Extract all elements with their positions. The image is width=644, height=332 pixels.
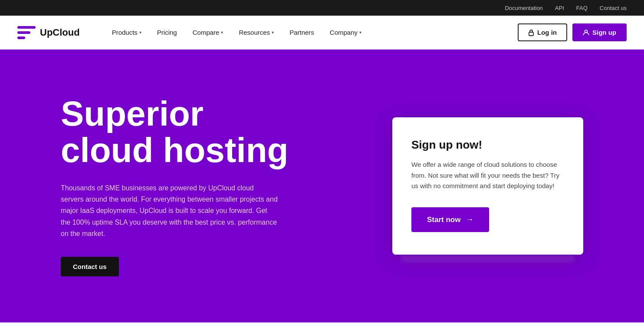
chevron-down-icon: ▾: [221, 30, 223, 35]
logo-icon: [17, 26, 36, 39]
signup-card-text: We offer a wide range of cloud solutions…: [411, 159, 564, 192]
signup-card: Sign up now! We offer a wide range of cl…: [392, 117, 583, 255]
hero-subtitle: Thousands of SME businesses are powered …: [61, 183, 278, 240]
topbar-faq[interactable]: FAQ: [576, 5, 588, 11]
nav-item-partners[interactable]: Partners: [283, 25, 320, 40]
card-shadow: [401, 255, 575, 262]
svg-rect-2: [17, 37, 25, 39]
login-button[interactable]: Log in: [518, 23, 567, 41]
logo-text: UpCloud: [40, 27, 80, 38]
topbar-contact[interactable]: Contact us: [600, 5, 627, 11]
topbar-documentation[interactable]: Documentation: [505, 5, 542, 11]
main-nav: UpCloud Products ▾ Pricing Compare ▾ Res…: [0, 16, 644, 50]
nav-item-resources[interactable]: Resources ▾: [233, 25, 280, 40]
nav-item-compare[interactable]: Compare ▾: [187, 25, 230, 40]
user-icon: [583, 29, 589, 36]
lock-icon: [528, 29, 534, 36]
hero-title: Superior cloud hosting: [61, 96, 365, 169]
chevron-down-icon: ▾: [272, 30, 274, 35]
contact-us-button[interactable]: Contact us: [61, 257, 119, 276]
svg-rect-0: [17, 26, 36, 29]
signup-button[interactable]: Sign up: [572, 23, 627, 41]
logo[interactable]: UpCloud: [17, 26, 80, 39]
hero-content: Superior cloud hosting Thousands of SME …: [61, 96, 365, 277]
svg-point-4: [585, 30, 588, 33]
nav-item-pricing[interactable]: Pricing: [151, 25, 183, 40]
svg-rect-3: [529, 32, 533, 36]
nav-item-company[interactable]: Company ▾: [324, 25, 368, 40]
topbar-api[interactable]: API: [555, 5, 564, 11]
top-bar: Documentation API FAQ Contact us: [0, 0, 644, 16]
chevron-down-icon: ▾: [359, 30, 361, 35]
hero-section: Superior cloud hosting Thousands of SME …: [0, 50, 644, 322]
chevron-down-icon: ▾: [139, 30, 141, 35]
nav-links: Products ▾ Pricing Compare ▾ Resources ▾…: [106, 25, 518, 40]
start-now-button[interactable]: Start now →: [411, 207, 489, 232]
svg-rect-1: [17, 31, 30, 34]
arrow-icon: →: [466, 215, 473, 224]
nav-item-products[interactable]: Products ▾: [106, 25, 148, 40]
signup-card-title: Sign up now!: [411, 138, 564, 152]
nav-actions: Log in Sign up: [518, 23, 627, 41]
